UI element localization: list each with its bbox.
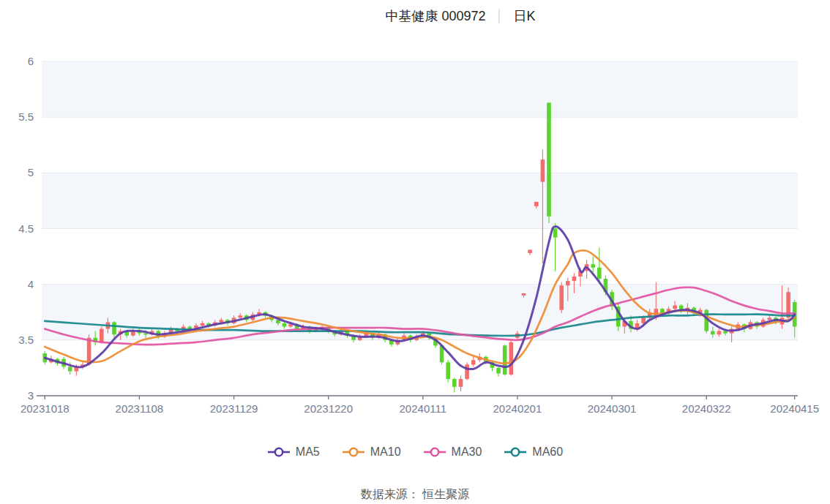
candle[interactable] [541,159,545,182]
candle[interactable] [143,334,148,335]
y-axis-tick-label: 3.5 [18,334,34,346]
split-band [42,61,798,117]
candle[interactable] [522,293,526,296]
candle[interactable] [509,342,514,375]
candle[interactable] [288,325,293,327]
x-axis-tick-label: 20240415 [770,402,819,415]
ma5-legend-icon [267,447,291,457]
x-axis-tick-label: 20240322 [682,402,731,415]
candle[interactable] [220,320,224,322]
x-axis: 2023101820231108202311292023122020240111… [20,396,819,415]
x-axis-tick-label: 20231018 [20,402,70,415]
candle[interactable] [572,277,577,281]
candle[interactable] [276,320,280,323]
candle[interactable] [471,360,476,364]
split-band [42,173,798,228]
y-axis-tick-label: 4.5 [18,222,34,235]
candle[interactable] [283,323,287,327]
candle[interactable] [201,323,205,326]
candle[interactable] [112,323,116,335]
x-axis-tick-label: 20231129 [210,402,258,415]
legend-label: MA60 [532,445,563,459]
candlesticks-layer [43,102,797,392]
y-axis-tick-label: 3 [28,389,34,402]
ma30-legend-icon [423,447,446,457]
y-axis-tick-label: 5.5 [18,110,34,123]
candle[interactable] [87,338,91,365]
data-source-note: 数据来源： 恒生聚源 [0,487,830,503]
candle[interactable] [717,331,722,335]
legend: MA5MA10MA30MA60 [0,445,830,459]
candle[interactable] [591,264,595,268]
x-axis-tick-label: 20240201 [493,402,542,415]
legend-label: MA10 [370,445,401,459]
ma60-legend-icon [504,447,527,457]
x-axis-tick-label: 20231220 [304,402,353,415]
candle[interactable] [68,366,72,371]
y-axis-tick-label: 6 [28,55,34,67]
candle[interactable] [711,331,715,335]
x-axis-tick-label: 20231108 [116,402,164,415]
kline-chart[interactable]: 33.544.555.56202310182023110820231129202… [0,0,830,439]
candle[interactable] [553,229,558,238]
candle[interactable] [465,364,469,379]
candle[interactable] [559,285,564,310]
candle[interactable] [547,102,551,216]
y-axis-tick-label: 5 [28,166,34,178]
candle[interactable] [534,202,539,206]
candle[interactable] [238,315,242,317]
y-axis-tick-label: 4 [28,278,34,290]
legend-item-ma30[interactable]: MA30 [423,445,482,459]
candle[interactable] [503,345,507,375]
candle[interactable] [446,362,450,379]
legend-label: MA5 [296,445,320,459]
candle[interactable] [528,249,532,253]
legend-item-ma60[interactable]: MA60 [504,445,563,459]
candle[interactable] [459,379,463,387]
legend-label: MA30 [452,445,482,459]
kline-page: 中基健康 000972 │ 日K 33.544.555.562023101820… [0,0,830,504]
candle[interactable] [188,327,192,329]
candle[interactable] [566,281,570,285]
x-axis-tick-label: 20240301 [588,402,637,415]
candle[interactable] [100,329,104,342]
candle[interactable] [768,317,772,320]
ma10-legend-icon [342,447,365,457]
legend-item-ma10[interactable]: MA10 [342,445,401,459]
candle[interactable] [673,306,677,309]
candle[interactable] [452,379,457,387]
x-axis-tick-label: 20240111 [400,402,447,415]
candle[interactable] [597,268,602,279]
candle[interactable] [496,368,501,374]
legend-item-ma5[interactable]: MA5 [267,445,320,459]
